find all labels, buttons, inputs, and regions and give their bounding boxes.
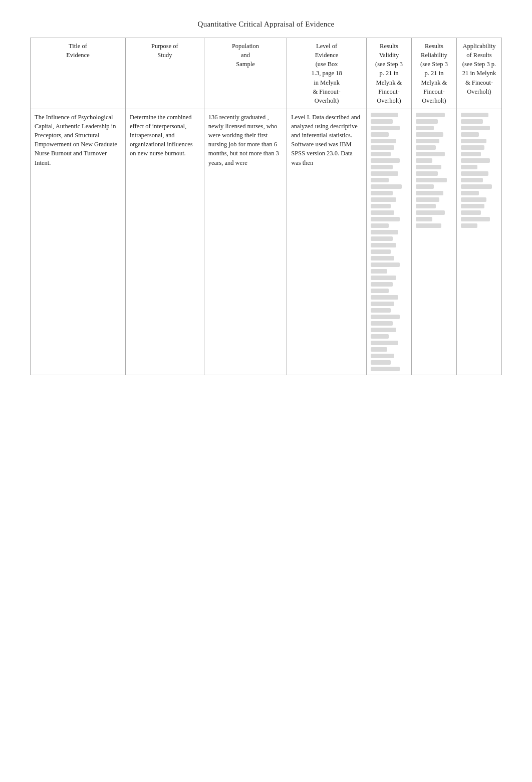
evidence-table: Title ofEvidence Purpose ofStudy Populat… (30, 38, 502, 375)
col-header-reliability: ResultsReliability(see Step 3p. 21 inMel… (411, 38, 456, 109)
col-header-population: PopulationandSample (204, 38, 287, 109)
col-header-validity: ResultsValidity(see Step 3p. 21 inMelynk… (366, 38, 411, 109)
cell-population: 136 recently graduated , newly licensed … (204, 109, 287, 375)
cell-validity (366, 109, 411, 375)
cell-reliability (411, 109, 456, 375)
cell-title: The Influence of Psychological Capital, … (31, 109, 126, 375)
col-header-purpose: Purpose ofStudy (125, 38, 204, 109)
cell-level: Level I. Data described and analyzed usi… (287, 109, 367, 375)
cell-applicability (456, 109, 501, 375)
cell-purpose: Determine the combined effect of interpe… (125, 109, 204, 375)
col-header-title: Title ofEvidence (31, 38, 126, 109)
table-row: The Influence of Psychological Capital, … (31, 109, 502, 375)
page-title: Quantitative Critical Appraisal of Evide… (30, 20, 502, 29)
col-header-applicability: Applicabilityof Results(see Step 3 p.21 … (456, 38, 501, 109)
col-header-level: Level ofEvidence(use Box1.3, page 18in M… (287, 38, 367, 109)
